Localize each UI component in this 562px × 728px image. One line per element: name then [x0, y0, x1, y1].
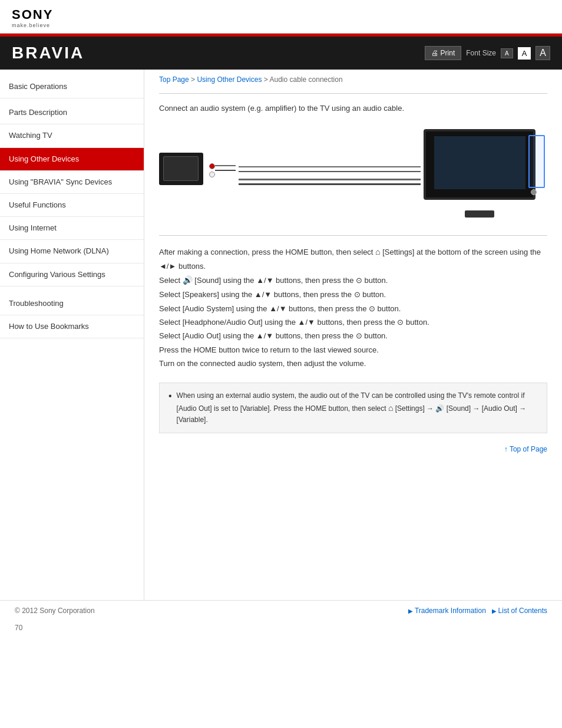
tv-audio-port — [531, 189, 537, 195]
sony-logo-text: SONY — [12, 7, 550, 22]
print-button[interactable]: 🖨 Print — [425, 46, 462, 60]
footer-links: Trademark Information List of Contents — [408, 607, 547, 615]
sidebar-gap-2 — [0, 286, 144, 292]
breadcrumb: Top Page > Using Other Devices > Audio c… — [159, 70, 547, 88]
top-of-page-link[interactable]: ↑ Top of Page — [504, 445, 547, 453]
content-area: Top Page > Using Other Devices > Audio c… — [144, 70, 562, 600]
cable-red-line — [215, 165, 236, 166]
top-divider — [159, 93, 547, 94]
print-label: Print — [441, 49, 455, 57]
font-medium-button[interactable]: A — [518, 47, 531, 60]
tv-body — [424, 129, 535, 200]
breadcrumb-using-other[interactable]: Using Other Devices — [197, 75, 262, 84]
instructions-block: After making a connection, press the HOM… — [159, 245, 547, 371]
instruction-8: Turn on the connected audio system, then… — [159, 357, 547, 370]
sony-tagline: make.believe — [12, 22, 550, 28]
copyright: © 2012 Sony Corporation — [15, 607, 95, 615]
note-text: When using an external audio system, the… — [177, 390, 538, 426]
instruction-4: Select [Audio System] using the ▲/▼ butt… — [159, 302, 547, 315]
cable-line-bottom — [239, 183, 421, 185]
tv-screen-inner — [434, 136, 525, 189]
instruction-7: Press the HOME button twice to return to… — [159, 343, 547, 357]
instruction-2: Select 🔊 [Sound] using the ▲/▼ buttons, … — [159, 273, 547, 288]
sidebar-item-troubleshooting[interactable]: Troubleshooting — [0, 292, 144, 315]
print-icon: 🖨 — [431, 49, 438, 57]
bullet-dot: • — [168, 390, 172, 401]
audio-device-diagram — [159, 147, 236, 200]
top-link-area: ↑ Top of Page — [159, 445, 547, 453]
tv-port-highlight — [528, 135, 545, 188]
list-of-contents-link[interactable]: List of Contents — [492, 607, 547, 615]
sony-header: SONY make.believe — [0, 0, 562, 34]
rca-connectors — [209, 163, 215, 177]
instruction-3: Select [Speakers] using the ▲/▼ buttons,… — [159, 288, 547, 301]
cable-line-top — [239, 179, 421, 180]
sony-logo: SONY make.believe — [12, 7, 550, 28]
sidebar-item-using-home-network[interactable]: Using Home Network (DLNA) — [0, 240, 144, 263]
sidebar-item-useful-functions[interactable]: Useful Functions — [0, 194, 144, 217]
instruction-6: Select [Audio Out] using the ▲/▼ buttons… — [159, 329, 547, 342]
intro-text: Connect an audio system (e.g. amplifier)… — [159, 103, 547, 114]
sidebar-item-basic-operations[interactable]: Basic Operations — [0, 75, 144, 98]
font-large-button[interactable]: A — [535, 46, 550, 60]
instruction-1: After making a connection, press the HOM… — [159, 245, 547, 274]
breadcrumb-sep-1: > — [191, 75, 195, 84]
cable-svg — [239, 161, 421, 179]
sidebar-item-using-bravia-sync[interactable]: Using "BRAVIA" Sync Devices — [0, 171, 144, 194]
sidebar: Basic Operations Parts Description Watch… — [0, 70, 144, 600]
bravia-bar: BRAVIA 🖨 Print Font Size A A A — [0, 37, 562, 70]
sidebar-item-how-to-use-bookmarks[interactable]: How to Use Bookmarks — [0, 315, 144, 338]
diagram-area — [159, 123, 547, 223]
sidebar-item-watching-tv[interactable]: Watching TV — [0, 124, 144, 147]
bravia-controls: 🖨 Print Font Size A A A — [425, 46, 550, 60]
tv-stand — [465, 210, 494, 218]
sidebar-item-parts-description[interactable]: Parts Description — [0, 101, 144, 124]
main-layout: Basic Operations Parts Description Watch… — [0, 70, 562, 600]
sidebar-item-using-other-devices[interactable]: Using Other Devices — [0, 148, 144, 171]
mid-divider — [159, 235, 547, 236]
rca-white — [209, 172, 215, 177]
sidebar-item-using-internet[interactable]: Using Internet — [0, 217, 144, 240]
tv-diagram — [424, 129, 547, 218]
trademark-link[interactable]: Trademark Information — [408, 607, 486, 615]
font-size-label: Font Size — [466, 49, 496, 57]
breadcrumb-sep-2: > — [264, 75, 268, 84]
sidebar-item-configuring-settings[interactable]: Configuring Various Settings — [0, 263, 144, 286]
instruction-5: Select [Headphone/Audio Out] using the ▲… — [159, 315, 547, 329]
cable-white-line — [215, 170, 236, 171]
page-number: 70 — [0, 621, 562, 635]
bravia-title: BRAVIA — [12, 44, 84, 62]
audio-box-face — [163, 156, 199, 181]
font-small-button[interactable]: A — [501, 48, 513, 58]
breadcrumb-current: Audio cable connection — [270, 75, 343, 84]
note-bullet: • When using an external audio system, t… — [168, 390, 538, 426]
cable-middle — [236, 161, 424, 185]
footer: © 2012 Sony Corporation Trademark Inform… — [0, 600, 562, 621]
rca-red — [209, 163, 215, 169]
note-box: • When using an external audio system, t… — [159, 383, 547, 434]
breadcrumb-top-page[interactable]: Top Page — [159, 75, 189, 84]
